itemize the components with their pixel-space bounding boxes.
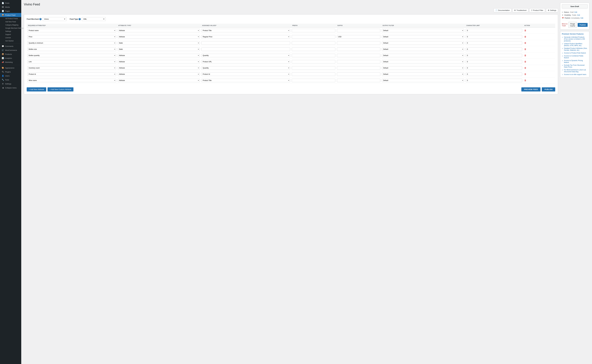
- delete-button-4[interactable]: 🗑: [524, 54, 527, 57]
- sidebar-item-pages[interactable]: 📃 Pages: [0, 9, 21, 13]
- output-select-0[interactable]: Default: [382, 29, 464, 32]
- settings-button[interactable]: ⚙ Settings: [546, 8, 558, 12]
- required-select-0[interactable]: Product name: [27, 29, 116, 32]
- prefix-input-7[interactable]: [292, 72, 335, 76]
- sidebar-item-license[interactable]: License: [4, 36, 21, 39]
- type-select-1[interactable]: Attribute: [118, 35, 200, 39]
- suffix-input-3[interactable]: [337, 47, 380, 51]
- sidebar-item-all-feeds[interactable]: All Product Feeds: [4, 17, 21, 20]
- delete-button-1[interactable]: 🗑: [524, 35, 527, 39]
- documentation-button[interactable]: 📄 Documentation: [494, 8, 511, 12]
- prefix-input-3[interactable]: [292, 47, 335, 51]
- prefix-input-0[interactable]: [292, 29, 335, 32]
- delete-button-7[interactable]: 🗑: [524, 72, 527, 76]
- char-input-0[interactable]: [466, 29, 522, 32]
- troubleshoot-button[interactable]: ⚙ Troubleshoot: [513, 8, 528, 12]
- suffix-input-1[interactable]: [337, 35, 380, 39]
- sidebar-item-tools[interactable]: 🔧 Tools: [0, 78, 21, 82]
- sidebar-item-media[interactable]: 🖼 Media: [0, 5, 21, 9]
- output-select-7[interactable]: Default: [382, 72, 464, 76]
- sidebar-item-marketing[interactable]: 📣 Marketing: [0, 60, 21, 64]
- product-filter-button[interactable]: ▽ Product Filter: [529, 8, 545, 12]
- premium-link-7[interactable]: Fix WooCommerce's (Json-Ld) Structured D…: [564, 69, 588, 73]
- premium-link-3[interactable]: Access to Product Rule feature: [564, 52, 586, 54]
- suffix-input-4[interactable]: [337, 54, 380, 57]
- premium-link-1[interactable]: Unique Product Identifiers (Brand, GTIN,…: [564, 43, 588, 46]
- merchant-select[interactable]: Vivino: [43, 17, 66, 21]
- delete-button-5[interactable]: 🗑: [524, 60, 527, 64]
- delete-button-0[interactable]: 🗑: [524, 29, 527, 32]
- type-select-2[interactable]: Static: [118, 41, 200, 45]
- type-select-5[interactable]: Attribute: [118, 60, 200, 64]
- sidebar-item-product-feed[interactable]: 📦 Product Feed: [0, 13, 21, 17]
- char-input-2[interactable]: [466, 41, 522, 45]
- sidebar-item-comments[interactable]: 💬 Comments: [0, 44, 21, 48]
- sidebar-item-collapse[interactable]: ◀ Collapse menu: [0, 86, 21, 90]
- char-input-6[interactable]: [466, 66, 522, 70]
- prefix-input-2[interactable]: [292, 41, 335, 45]
- status-edit-link[interactable]: Edit: [574, 11, 577, 13]
- output-select-6[interactable]: Default: [382, 66, 464, 70]
- premium-link-0[interactable]: Generate Unlimited Products (Free versio…: [564, 36, 588, 42]
- output-select-8[interactable]: Default: [382, 79, 464, 82]
- sidebar-item-google-merchant[interactable]: Google Merchant Settings: [4, 26, 21, 30]
- prefix-input-8[interactable]: [292, 79, 335, 82]
- prefix-input-1[interactable]: [292, 35, 335, 39]
- sidebar-item-add-new-feed[interactable]: Add New Feed: [4, 20, 21, 23]
- prefix-input-5[interactable]: [292, 60, 335, 64]
- sidebar-item-posts[interactable]: 📄 Posts: [0, 1, 21, 5]
- sidebar-item-analytics[interactable]: 📊 Analytics: [0, 56, 21, 60]
- char-input-4[interactable]: [466, 54, 522, 57]
- required-select-2[interactable]: Quantity is minimum: [27, 41, 116, 45]
- premium-link-4[interactable]: Access to Combined Fields feature: [564, 55, 588, 59]
- assigned-input-2[interactable]: [202, 41, 290, 45]
- prefix-input-4[interactable]: [292, 54, 335, 57]
- sidebar-item-woocommerce[interactable]: 🛒 WooCommerce: [0, 48, 21, 52]
- type-select-3[interactable]: Static: [118, 47, 200, 51]
- assigned-select-0[interactable]: Product Title: [202, 29, 290, 32]
- delete-button-2[interactable]: 🗑: [524, 41, 527, 45]
- add-custom-attribute-button[interactable]: + Add New Custom Attribute: [47, 87, 73, 91]
- output-select-2[interactable]: Default: [382, 41, 464, 45]
- publish-edit-link[interactable]: Edit: [580, 17, 583, 19]
- type-select-4[interactable]: Attribute: [118, 54, 200, 57]
- required-select-6[interactable]: Inventory count: [27, 66, 116, 70]
- assigned-select-6[interactable]: Quantity: [202, 66, 290, 70]
- sidebar-item-appearance[interactable]: 🎨 Appearance: [0, 66, 21, 70]
- suffix-input-8[interactable]: [337, 79, 380, 82]
- premium-link-5[interactable]: Access to Dynamic Pricing feature: [564, 60, 588, 63]
- visibility-edit-link[interactable]: Edit: [577, 14, 580, 16]
- delete-button-3[interactable]: 🗑: [524, 47, 527, 51]
- sidebar-item-get-started[interactable]: Get Started: [4, 39, 21, 42]
- type-select-6[interactable]: Attribute: [118, 66, 200, 70]
- premium-link-6[interactable]: Exclude Tax From Structured Data Prices: [564, 64, 588, 68]
- sidebar-item-plugins[interactable]: 🔌 Plugins: [0, 70, 21, 74]
- output-select-4[interactable]: Default: [382, 54, 464, 57]
- purge-cache-button[interactable]: Purge Cache: [568, 22, 577, 28]
- prefix-input-6[interactable]: [292, 66, 335, 70]
- suffix-input-7[interactable]: [337, 72, 380, 76]
- sidebar-item-settings-sub[interactable]: Settings: [4, 30, 21, 33]
- delete-button-6[interactable]: 🗑: [524, 66, 527, 70]
- delete-button-8[interactable]: 🗑: [524, 79, 527, 82]
- sidebar-item-settings[interactable]: ⚙ Settings: [0, 82, 21, 86]
- assigned-select-1[interactable]: Regular Price: [202, 35, 290, 39]
- required-select-3[interactable]: Bottles size: [27, 47, 116, 51]
- suffix-input-0[interactable]: [337, 29, 380, 32]
- char-input-8[interactable]: [466, 79, 522, 82]
- publish-button[interactable]: Publish: [578, 23, 588, 27]
- sidebar-item-support[interactable]: Support: [4, 33, 21, 36]
- output-select-5[interactable]: Default: [382, 60, 464, 64]
- assigned-select-4[interactable]: Quantity: [202, 54, 290, 57]
- suffix-input-5[interactable]: [337, 60, 380, 64]
- suffix-input-2[interactable]: [337, 41, 380, 45]
- save-draft-button[interactable]: Save Draft: [562, 4, 588, 8]
- char-input-1[interactable]: [466, 35, 522, 39]
- char-input-5[interactable]: [466, 60, 522, 64]
- assigned-select-7[interactable]: Product Id: [202, 72, 290, 76]
- feed-type-select[interactable]: XML: [82, 17, 106, 21]
- output-select-3[interactable]: Default: [382, 47, 464, 51]
- move-to-trash-link[interactable]: Move to Trash: [562, 23, 568, 27]
- required-select-7[interactable]: Product id: [27, 72, 116, 76]
- preview-feed-button[interactable]: PREVIEW FEED: [521, 87, 540, 91]
